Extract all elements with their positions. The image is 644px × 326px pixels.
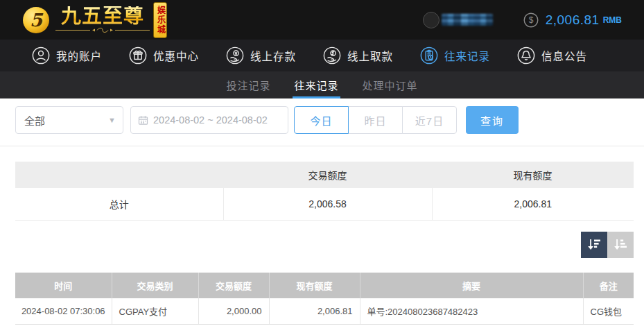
records-table: 时间 交易类别 交易额度 现有额度 摘要 备注 2024-08-02 07:30… (15, 273, 634, 325)
date-range-input[interactable]: 2024-08-02 ~ 2024-08-02 (130, 106, 288, 134)
content-area: 全部 ▼ 2024-08-02 ~ 2024-08-02 今日 昨日 近7日 查… (0, 98, 644, 326)
summary-header-transaction-amount: 交易额度 (223, 162, 432, 188)
chevron-down-icon: ▼ (108, 116, 116, 124)
logo-emblem-icon: 5 (23, 7, 49, 33)
avatar[interactable] (423, 12, 440, 28)
type-select[interactable]: 全部 ▼ (15, 106, 123, 134)
balance-amount: 2,006.81 (546, 12, 600, 28)
user-zone: $ 2,006.81 RMB (423, 0, 622, 40)
table-row: 2024-08-02 07:30:06 CGPAY支付 2,000.00 2,0… (15, 298, 634, 324)
range-yesterday-button[interactable]: 昨日 (348, 106, 403, 134)
summary-total-row: 总计 2,006.58 2,006.81 (15, 188, 634, 220)
section-divider (0, 146, 644, 146)
username-blurred[interactable] (442, 14, 493, 26)
sort-descending-icon (586, 237, 602, 253)
nav-item-transaction-records[interactable]: 往来记录 (420, 46, 490, 65)
cell-current-balance: 2,006.81 (269, 298, 360, 324)
range-today-button[interactable]: 今日 (294, 106, 349, 134)
sort-ascending-button[interactable] (607, 232, 634, 258)
deposit-icon (226, 46, 244, 65)
summary-header-row: 交易额度 现有额度 (15, 162, 634, 188)
summary-header-current-balance: 现有额度 (432, 162, 634, 188)
nav-item-withdraw[interactable]: 线上取款 (323, 46, 393, 65)
col-remarks: 备注 (583, 273, 634, 298)
tab-pending-orders[interactable]: 处理中订单 (361, 71, 419, 98)
col-transaction-amount: 交易额度 (198, 273, 269, 298)
cell-transaction-type: CGPAY支付 (112, 298, 198, 324)
sort-descending-button[interactable] (581, 232, 607, 258)
cell-time: 2024-08-02 07:30:06 (15, 298, 112, 324)
svg-text:$: $ (528, 15, 533, 25)
records-icon (420, 46, 438, 65)
sort-ascending-icon (612, 237, 629, 253)
site-logo[interactable]: 5 九五至尊 娱乐城 (23, 2, 167, 38)
user-icon (32, 46, 50, 65)
summary-total-label: 总计 (15, 188, 223, 220)
logo-title: 九五至尊 (61, 6, 144, 26)
col-transaction-type: 交易类别 (112, 273, 198, 298)
summary-header-empty (15, 162, 223, 188)
nav-item-announcements[interactable]: 信息公告 (517, 46, 587, 65)
withdraw-icon (323, 46, 341, 65)
col-time: 时间 (15, 273, 112, 298)
balance-currency: RMB (603, 15, 622, 25)
gift-icon (129, 46, 147, 65)
tab-transaction-records[interactable]: 往来记录 (293, 71, 340, 98)
summary-table: 交易额度 现有额度 总计 2,006.58 2,006.81 (15, 162, 634, 221)
nav-item-my-account[interactable]: 我的账户 (32, 46, 102, 65)
record-tabs: 投注记录 往来记录 处理中订单 (0, 71, 644, 98)
dollar-coin-icon: $ (523, 12, 539, 28)
nav-item-promotions[interactable]: 优惠中心 (129, 46, 199, 65)
search-button[interactable]: 查询 (466, 106, 519, 134)
main-nav: 我的账户 优惠中心 线上存款 线上取款 (0, 40, 644, 71)
bell-icon (517, 46, 535, 65)
type-select-value: 全部 (24, 113, 108, 128)
calendar-icon (138, 115, 148, 126)
col-summary: 摘要 (360, 273, 583, 298)
cell-remarks: CG钱包 (583, 298, 634, 324)
logo-flourish (54, 27, 151, 33)
range-last7days-button[interactable]: 近7日 (402, 106, 457, 134)
sort-tools (581, 232, 634, 258)
tab-betting-records[interactable]: 投注记录 (225, 71, 272, 98)
records-header-row: 时间 交易类别 交易额度 现有额度 摘要 备注 (15, 273, 634, 298)
logo-badge: 娱乐城 (153, 2, 167, 38)
nav-item-deposit[interactable]: 线上存款 (226, 46, 296, 65)
summary-current-balance: 2,006.81 (432, 188, 634, 220)
cell-transaction-amount: 2,000.00 (198, 298, 269, 324)
quick-range-group: 今日 昨日 近7日 (294, 106, 457, 134)
summary-transaction-amount: 2,006.58 (223, 188, 432, 220)
col-current-balance: 现有额度 (269, 273, 360, 298)
top-bar: 5 九五至尊 娱乐城 $ 2,006.81 RMB (0, 0, 644, 40)
cell-summary: 单号:202408023687482423 (360, 298, 583, 324)
filter-row: 全部 ▼ 2024-08-02 ~ 2024-08-02 今日 昨日 近7日 查… (15, 106, 519, 134)
date-range-value: 2024-08-02 ~ 2024-08-02 (153, 114, 268, 126)
